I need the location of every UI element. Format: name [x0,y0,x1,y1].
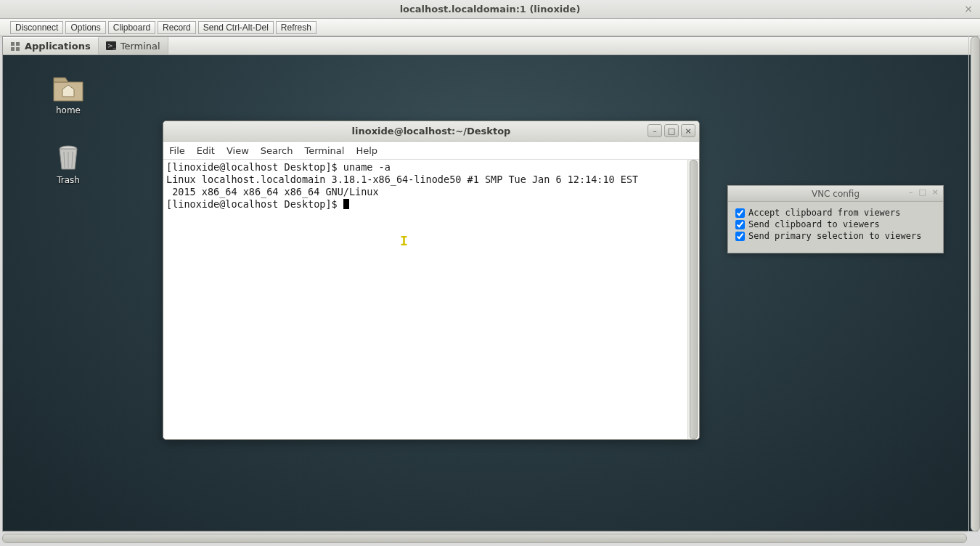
taskbar-terminal-button[interactable]: >_ Terminal [99,37,168,54]
vnc-opt-accept-clipboard[interactable]: Accept clipboard from viewers [735,208,936,218]
vnc-config-titlebar[interactable]: VNC config – □ × [728,186,943,202]
options-button[interactable]: Options [65,21,105,34]
terminal-minimize-button[interactable]: – [648,124,662,137]
applications-menu-button[interactable]: Applications [3,37,99,54]
menu-file[interactable]: File [169,145,185,156]
outer-window-title: localhost.localdomain:1 (linoxide) [400,4,581,15]
menu-help[interactable]: Help [356,145,377,156]
terminal-icon: >_ [106,41,116,51]
terminal-scroll-thumb[interactable] [690,160,698,439]
vnc-opt1-checkbox[interactable] [735,208,745,218]
term-line-2: 2015 x86_64 x86_64 x86_64 GNU/Linux [166,186,379,197]
terminal-close-button[interactable]: × [681,124,695,137]
viewer-vertical-scrollbar[interactable] [968,36,980,531]
terminal-titlebar[interactable]: linoxide@localhost:~/Desktop – □ × [163,121,699,142]
desktop-home-icon[interactable]: home [43,75,94,115]
desktop-trash-label: Trash [43,175,94,185]
viewer-horizontal-scroll-thumb[interactable] [2,534,967,543]
terminal-window[interactable]: linoxide@localhost:~/Desktop – □ × File … [163,121,700,440]
vnc-config-title: VNC config [812,189,859,199]
terminal-scrollbar[interactable] [687,160,699,439]
vnc-opt2-checkbox[interactable] [735,220,745,229]
terminal-window-controls: – □ × [648,124,695,137]
vnc-opt3-label: Send primary selection to viewers [748,231,921,241]
terminal-body[interactable]: [linoxide@localhost Desktop]$ uname -a L… [163,160,699,439]
vnc-config-body: Accept clipboard from viewers Send clipb… [728,202,943,253]
remote-taskbar: Applications >_ Terminal [3,37,977,55]
term-line-0: [linoxide@localhost Desktop]$ uname -a [166,161,391,173]
svg-text:>_: >_ [107,42,116,49]
remote-desktop[interactable]: Applications >_ Terminal home [3,37,977,531]
viewer-vertical-scroll-thumb[interactable] [971,36,980,531]
menu-edit[interactable]: Edit [197,145,215,156]
applications-icon [10,41,20,52]
menu-search[interactable]: Search [261,145,293,156]
folder-home-icon [52,75,84,102]
svg-rect-2 [11,47,15,51]
outer-close-icon[interactable]: × [964,3,973,15]
vnc-opt3-checkbox[interactable] [735,232,745,241]
disconnect-button[interactable]: Disconnect [10,21,63,34]
applications-label: Applications [25,41,91,52]
text-cursor-ibeam-icon: I [400,235,408,247]
terminal-title: linoxide@localhost:~/Desktop [352,126,511,136]
term-line-1: Linux localhost.localdomain 3.18.1-x86_6… [166,174,638,185]
vnc-opt-send-primary[interactable]: Send primary selection to viewers [735,231,936,241]
taskbar-terminal-label: Terminal [121,41,160,52]
menu-terminal[interactable]: Terminal [304,145,344,156]
clipboard-button[interactable]: Clipboard [108,21,155,34]
vnc-config-maximize-button[interactable]: □ [918,187,926,197]
svg-rect-0 [11,42,15,46]
vnc-opt1-label: Accept clipboard from viewers [748,208,901,218]
vnc-config-window[interactable]: VNC config – □ × Accept clipboard from v… [727,185,944,253]
vnc-config-close-button[interactable]: × [932,187,939,197]
outer-titlebar: localhost.localdomain:1 (linoxide) × [0,0,980,19]
term-line-3: [linoxide@localhost Desktop]$ [166,198,343,210]
vnc-config-window-controls: – □ × [909,187,939,197]
vnc-opt2-label: Send clipboard to viewers [748,219,880,229]
svg-rect-1 [16,42,20,46]
svg-rect-3 [16,47,20,51]
refresh-button[interactable]: Refresh [276,21,317,34]
vnc-viewport: Applications >_ Terminal home [2,36,978,531]
menu-view[interactable]: View [226,145,249,156]
vnc-opt-send-clipboard[interactable]: Send clipboard to viewers [735,219,936,229]
terminal-menubar: File Edit View Search Terminal Help [163,142,699,160]
send-ctrl-alt-del-button[interactable]: Send Ctrl-Alt-Del [198,21,274,34]
record-button[interactable]: Record [158,21,196,34]
viewer-horizontal-scrollbar[interactable] [2,531,967,545]
trash-icon [52,144,84,172]
terminal-maximize-button[interactable]: □ [664,124,679,137]
vnc-toolbar: Disconnect Options Clipboard Record Send… [0,19,980,36]
vnc-config-minimize-button[interactable]: – [909,187,913,197]
desktop-home-label: home [43,105,94,115]
terminal-cursor [343,199,349,209]
desktop-trash-icon[interactable]: Trash [43,144,94,185]
